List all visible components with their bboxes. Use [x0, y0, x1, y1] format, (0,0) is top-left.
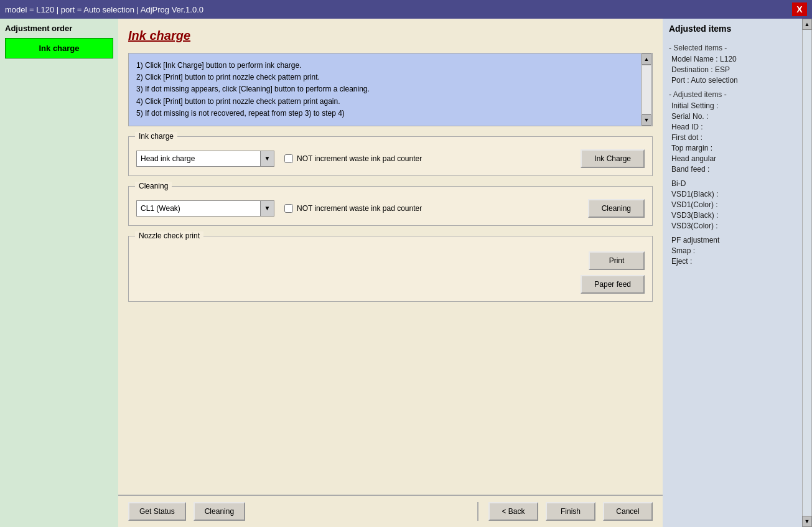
- instruction-line-4: 4) Click [Print] button to print nozzle …: [136, 96, 638, 108]
- cleaning-legend: Cleaning: [135, 182, 172, 190]
- cleaning-select[interactable]: CL1 (Weak) CL2 (Medium) CL3 (Strong): [136, 200, 261, 217]
- ink-charge-row: Head ink charge All ink charge ▼ NOT inc…: [136, 149, 645, 168]
- instructions-box: 1) Click [Ink Charge] button to perform …: [128, 53, 653, 126]
- instruction-line-3: 3) If dot missing appears, click [Cleani…: [136, 83, 638, 95]
- right-item-2: Head ID :: [669, 123, 800, 131]
- instruction-line-2: 2) Click [Print] button to print nozzle …: [136, 72, 638, 83]
- right-item-4: Top margin :: [669, 144, 800, 152]
- right-panel-title: Adjusted items: [669, 24, 800, 34]
- scroll-track: [642, 65, 651, 114]
- right-item-12: VSD3(Color) :: [669, 222, 800, 230]
- nozzle-section: Nozzle check print Print Paper feed: [128, 236, 653, 302]
- right-scroll-track: [802, 30, 812, 516]
- close-button[interactable]: X: [792, 2, 807, 16]
- bottom-toolbar: Get Status Cleaning < Back Finish Cancel: [118, 495, 663, 527]
- bottom-cleaning-button[interactable]: Cleaning: [194, 502, 245, 521]
- cancel-button[interactable]: Cancel: [603, 502, 653, 521]
- content-area: Ink charge 1) Click [Ink Charge] button …: [118, 19, 663, 527]
- scroll-up-arrow[interactable]: ▲: [642, 54, 651, 65]
- instruction-line-5: 5) If dot missing is not recovered, repe…: [136, 108, 638, 119]
- title-text: model = L120 | port = Auto selection | A…: [5, 5, 203, 14]
- content-inner: Ink charge 1) Click [Ink Charge] button …: [118, 19, 663, 495]
- right-item-16: Eject :: [669, 257, 800, 266]
- ink-charge-dropdown-container: Head ink charge All ink charge ▼: [136, 151, 274, 167]
- cleaning-checkbox-label[interactable]: NOT increment waste ink pad counter: [284, 204, 422, 213]
- main-container: Adjustment order Ink charge Ink charge 1…: [0, 19, 812, 527]
- adjusted-items-header: - Adjusted items -: [669, 90, 800, 99]
- ink-charge-select[interactable]: Head ink charge All ink charge: [136, 151, 261, 167]
- finish-button[interactable]: Finish: [546, 502, 595, 521]
- sidebar-item-ink-charge[interactable]: Ink charge: [5, 38, 113, 58]
- scroll-down-arrow[interactable]: ▼: [642, 114, 651, 126]
- sidebar-title: Adjustment order: [5, 24, 113, 33]
- cleaning-button[interactable]: Cleaning: [588, 199, 645, 218]
- instruction-line-1: 1) Click [Ink Charge] button to perform …: [136, 60, 638, 72]
- paper-feed-button[interactable]: Paper feed: [581, 275, 645, 294]
- get-status-button[interactable]: Get Status: [128, 502, 186, 521]
- cleaning-checkbox[interactable]: [284, 204, 293, 213]
- cleaning-section: Cleaning CL1 (Weak) CL2 (Medium) CL3 (St…: [128, 186, 653, 226]
- cleaning-checkbox-text: NOT increment waste ink pad counter: [297, 204, 422, 213]
- back-button[interactable]: < Back: [488, 502, 538, 521]
- instructions-scrollbar: ▲ ▼: [641, 54, 652, 126]
- right-scroll-down[interactable]: ▼: [802, 516, 812, 527]
- ink-charge-checkbox-label[interactable]: NOT increment waste ink pad counter: [284, 154, 422, 163]
- ink-charge-legend: Ink charge: [135, 132, 177, 141]
- page-title: Ink charge: [128, 29, 653, 43]
- right-item-0: Initial Setting :: [669, 101, 800, 110]
- right-scroll-up[interactable]: ▲: [802, 19, 812, 30]
- toolbar-divider: [477, 502, 478, 521]
- model-name: Model Name : L120: [669, 55, 800, 63]
- port: Port : Auto selection: [669, 76, 800, 85]
- right-item-11: VSD3(Black) :: [669, 211, 800, 220]
- cleaning-dropdown-arrow[interactable]: ▼: [261, 200, 274, 217]
- ink-charge-checkbox-text: NOT increment waste ink pad counter: [297, 154, 422, 163]
- right-item-8: Bi-D: [669, 179, 800, 188]
- right-item-9: VSD1(Black) :: [669, 190, 800, 198]
- right-item-3: First dot :: [669, 133, 800, 142]
- title-bar: model = L120 | port = Auto selection | A…: [0, 0, 812, 19]
- nozzle-legend: Nozzle check print: [135, 231, 203, 240]
- ink-charge-checkbox[interactable]: [284, 154, 293, 163]
- ink-charge-dropdown-arrow[interactable]: ▼: [261, 151, 274, 167]
- cleaning-dropdown-container: CL1 (Weak) CL2 (Medium) CL3 (Strong) ▼: [136, 200, 274, 217]
- right-item-5: Head angular: [669, 154, 800, 163]
- right-item-14: PF adjustment: [669, 236, 800, 245]
- nozzle-buttons: Print Paper feed: [136, 251, 645, 294]
- print-button[interactable]: Print: [589, 251, 645, 270]
- cleaning-row: CL1 (Weak) CL2 (Medium) CL3 (Strong) ▼ N…: [136, 199, 645, 218]
- ink-charge-section: Ink charge Head ink charge All ink charg…: [128, 136, 653, 176]
- right-scrollbar: ▲ ▼: [802, 19, 812, 527]
- right-item-6: Band feed :: [669, 165, 800, 174]
- right-item-1: Serial No. :: [669, 112, 800, 121]
- right-item-15: Smap :: [669, 246, 800, 255]
- ink-charge-button[interactable]: Ink Charge: [581, 149, 645, 168]
- left-sidebar: Adjustment order Ink charge: [0, 19, 118, 527]
- right-item-10: VSD1(Color) :: [669, 200, 800, 209]
- selected-items-header: - Selected items -: [669, 44, 800, 52]
- right-panel: Adjusted items - Selected items - Model …: [663, 19, 812, 527]
- destination: Destination : ESP: [669, 65, 800, 74]
